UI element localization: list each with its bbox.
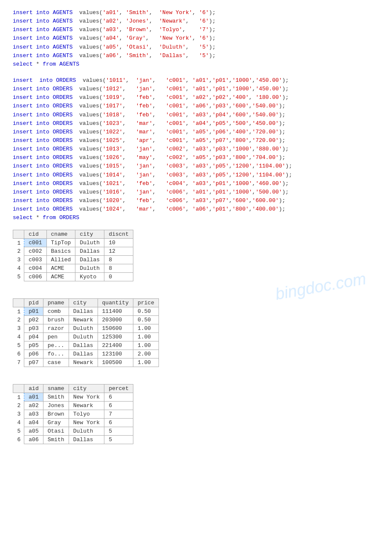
cell: Jones (43, 402, 69, 410)
cell: a04 (24, 419, 43, 427)
table-row: 3c003AlliedDallas8 (13, 256, 133, 264)
cell: 1.00 (133, 333, 159, 341)
agents-table: aid sname city percet 1a01SmithNew York6… (13, 384, 133, 444)
cell: c006 (24, 273, 46, 281)
row-number: 4 (13, 264, 24, 273)
cell: a03 (24, 410, 43, 419)
cell: c001 (24, 239, 46, 247)
cell: p04 (24, 333, 43, 341)
cell: pe... (43, 341, 69, 350)
row-number: 2 (13, 247, 24, 256)
cell: a06 (24, 436, 43, 444)
cell: 10 (104, 239, 133, 247)
cell: p01 (24, 307, 43, 316)
agents-header-row: aid sname city percet (13, 384, 133, 393)
cell: 111400 (98, 307, 133, 316)
agents-sql-block: insert into AGENTS values('a01', 'Smith'… (13, 9, 379, 69)
cell: 6 (104, 402, 133, 410)
cell: a02 (24, 402, 43, 410)
cell: pen (43, 333, 69, 341)
cell: TipTop (46, 239, 75, 247)
table-row: 7p07caseNewark1005001.00 (13, 358, 159, 367)
cell: Dallas (69, 341, 98, 350)
row-number: 3 (13, 324, 24, 333)
products-table: pid pname city quantity price 1p01combDa… (13, 298, 159, 367)
cell: p02 (24, 316, 43, 324)
table-row: 6a06SmithDallas5 (13, 436, 133, 444)
table-row: 5a05OtasiDuluth5 (13, 427, 133, 436)
table-row: 6p06fo...Dallas1231002.00 (13, 350, 159, 358)
row-number: 5 (13, 427, 24, 436)
cell: Dallas (75, 256, 104, 264)
col-header-rownum (13, 384, 24, 393)
table-row: 1p01combDallas1114000.50 (13, 307, 159, 316)
cell: 0.50 (133, 307, 159, 316)
cell: Brown (43, 410, 69, 419)
cell: 6 (104, 419, 133, 427)
cell: Duluth (69, 333, 98, 341)
cell: 5 (104, 427, 133, 436)
col-header-cid: cid (24, 230, 46, 239)
col-header-cname: cname (46, 230, 75, 239)
cell: p06 (24, 350, 43, 358)
cell: 100500 (98, 358, 133, 367)
agents-table-wrapper: aid sname city percet 1a01SmithNew York6… (13, 384, 379, 453)
col-header-pid: pid (24, 299, 43, 307)
table-row: 4c004ACMEDuluth8 (13, 264, 133, 273)
cell: 5 (104, 436, 133, 444)
cell: 203000 (98, 316, 133, 324)
table-row: 4a04GrayNew York6 (13, 419, 133, 427)
col-header-city: city (69, 384, 104, 393)
cell: 12 (104, 247, 133, 256)
cell: a05 (24, 427, 43, 436)
table-row: 5c006ACMEKyoto0 (13, 273, 133, 281)
col-header-city: city (75, 230, 104, 239)
row-number: 5 (13, 273, 24, 281)
cell: 221400 (98, 341, 133, 350)
cell: case (43, 358, 69, 367)
customers-header-row: cid cname city discnt (13, 230, 133, 239)
cell: c003 (24, 256, 46, 264)
cell: 1.00 (133, 358, 159, 367)
row-number: 6 (13, 436, 24, 444)
cell: c004 (24, 264, 46, 273)
table-row: 1a01SmithNew York6 (13, 393, 133, 402)
col-header-quantity: quantity (98, 299, 133, 307)
cell: 1.00 (133, 324, 159, 333)
cell: New York (69, 393, 104, 402)
cell: Newark (69, 316, 98, 324)
cell: Tolyo (69, 410, 104, 419)
row-number: 1 (13, 307, 24, 316)
cell: p05 (24, 341, 43, 350)
cell: ACME (46, 273, 75, 281)
cell: Smith (43, 393, 69, 402)
cell: Otasi (43, 427, 69, 436)
cell: Dallas (69, 436, 104, 444)
table-row: 3a03BrownTolyo7 (13, 410, 133, 419)
cell: Smith (43, 436, 69, 444)
row-number: 5 (13, 341, 24, 350)
row-number: 2 (13, 402, 24, 410)
row-number: 1 (13, 393, 24, 402)
cell: a01 (24, 393, 43, 402)
cell: 150600 (98, 324, 133, 333)
cell: 0.50 (133, 316, 159, 324)
cell: 7 (104, 410, 133, 419)
cell: Dallas (69, 307, 98, 316)
cell: comb (43, 307, 69, 316)
cell: Duluth (75, 239, 104, 247)
cell: 1.00 (133, 341, 159, 350)
table-row: 2p02brushNewark2030000.50 (13, 316, 159, 324)
table-row: 4p04penDuluth1253001.00 (13, 333, 159, 341)
cell: brush (43, 316, 69, 324)
products-header-row: pid pname city quantity price (13, 299, 159, 307)
cell: 6 (104, 393, 133, 402)
row-number: 7 (13, 358, 24, 367)
row-number: 1 (13, 239, 24, 247)
cell: fo... (43, 350, 69, 358)
orders-sql-block: insert into ORDERS values('1011', 'jan',… (13, 76, 379, 222)
cell: 2.00 (133, 350, 159, 358)
table-row: 1c001TipTopDuluth10 (13, 239, 133, 247)
cell: 8 (104, 264, 133, 273)
row-number: 3 (13, 256, 24, 264)
